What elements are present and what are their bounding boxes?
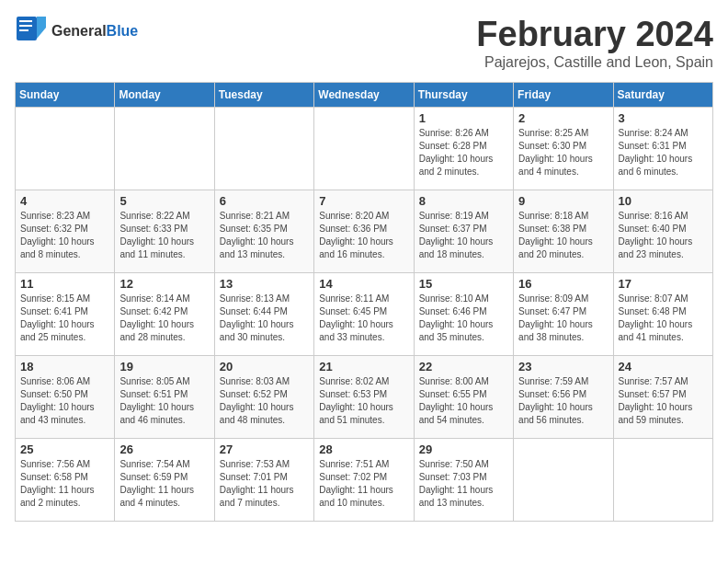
location-title: Pajarejos, Castille and Leon, Spain xyxy=(476,54,713,71)
day-number: 23 xyxy=(518,360,608,373)
logo-general: General xyxy=(51,23,107,39)
calendar-cell xyxy=(314,108,414,190)
calendar-cell xyxy=(613,439,712,522)
weekday-header: Thursday xyxy=(414,83,513,108)
calendar-cell: 5Sunrise: 8:22 AM Sunset: 6:33 PM Daylig… xyxy=(115,190,214,273)
day-number: 3 xyxy=(619,111,708,125)
calendar-cell: 16Sunrise: 8:09 AM Sunset: 6:47 PM Dayli… xyxy=(514,273,613,356)
day-info: Sunrise: 7:59 AM Sunset: 6:56 PM Dayligh… xyxy=(518,375,608,427)
weekday-header: Wednesday xyxy=(314,83,414,108)
calendar-cell: 28Sunrise: 7:51 AM Sunset: 7:02 PM Dayli… xyxy=(314,439,414,522)
day-number: 12 xyxy=(119,277,209,291)
calendar-week-row: 1Sunrise: 8:26 AM Sunset: 6:28 PM Daylig… xyxy=(16,108,713,190)
day-number: 8 xyxy=(419,194,508,208)
day-info: Sunrise: 8:14 AM Sunset: 6:42 PM Dayligh… xyxy=(119,293,209,344)
calendar-cell: 11Sunrise: 8:15 AM Sunset: 6:41 PM Dayli… xyxy=(16,273,115,356)
day-number: 4 xyxy=(20,194,109,208)
calendar-cell: 19Sunrise: 8:05 AM Sunset: 6:51 PM Dayli… xyxy=(115,356,214,439)
title-block: February 2024 Pajarejos, Castille and Le… xyxy=(476,15,713,71)
day-number: 18 xyxy=(20,360,109,373)
calendar-cell: 7Sunrise: 8:20 AM Sunset: 6:36 PM Daylig… xyxy=(314,190,414,273)
day-info: Sunrise: 8:18 AM Sunset: 6:38 PM Dayligh… xyxy=(518,210,608,261)
month-title: February 2024 xyxy=(476,15,713,54)
calendar-cell: 25Sunrise: 7:56 AM Sunset: 6:58 PM Dayli… xyxy=(16,439,115,522)
calendar-cell: 22Sunrise: 8:00 AM Sunset: 6:55 PM Dayli… xyxy=(414,356,513,439)
calendar-cell xyxy=(214,108,313,190)
day-info: Sunrise: 8:11 AM Sunset: 6:45 PM Dayligh… xyxy=(319,293,408,344)
day-number: 21 xyxy=(319,360,408,373)
logo-icon xyxy=(15,15,48,48)
calendar-cell: 27Sunrise: 7:53 AM Sunset: 7:01 PM Dayli… xyxy=(214,439,313,522)
calendar-table: SundayMondayTuesdayWednesdayThursdayFrid… xyxy=(15,82,713,522)
svg-marker-1 xyxy=(37,17,46,39)
day-info: Sunrise: 7:57 AM Sunset: 6:57 PM Dayligh… xyxy=(619,375,708,427)
calendar-cell: 1Sunrise: 8:26 AM Sunset: 6:28 PM Daylig… xyxy=(414,108,513,190)
calendar-week-row: 18Sunrise: 8:06 AM Sunset: 6:50 PM Dayli… xyxy=(16,356,713,439)
day-number: 24 xyxy=(619,360,708,373)
day-number: 25 xyxy=(20,442,109,456)
calendar-week-row: 11Sunrise: 8:15 AM Sunset: 6:41 PM Dayli… xyxy=(16,273,713,356)
day-info: Sunrise: 7:56 AM Sunset: 6:58 PM Dayligh… xyxy=(20,458,109,510)
calendar-week-row: 4Sunrise: 8:23 AM Sunset: 6:32 PM Daylig… xyxy=(16,190,713,273)
day-info: Sunrise: 7:54 AM Sunset: 6:59 PM Dayligh… xyxy=(119,458,209,510)
calendar-week-row: 25Sunrise: 7:56 AM Sunset: 6:58 PM Dayli… xyxy=(16,439,713,522)
logo-blue: Blue xyxy=(107,23,139,39)
logo: GeneralBlue xyxy=(15,15,138,48)
day-info: Sunrise: 8:20 AM Sunset: 6:36 PM Dayligh… xyxy=(319,210,408,261)
calendar-cell xyxy=(514,439,613,522)
svg-rect-3 xyxy=(19,25,32,27)
day-info: Sunrise: 7:50 AM Sunset: 7:03 PM Dayligh… xyxy=(419,458,508,510)
calendar-cell: 2Sunrise: 8:25 AM Sunset: 6:30 PM Daylig… xyxy=(514,108,613,190)
calendar-cell: 8Sunrise: 8:19 AM Sunset: 6:37 PM Daylig… xyxy=(414,190,513,273)
day-number: 17 xyxy=(619,277,708,291)
calendar-header: SundayMondayTuesdayWednesdayThursdayFrid… xyxy=(16,83,713,108)
day-number: 10 xyxy=(619,194,708,208)
day-info: Sunrise: 8:15 AM Sunset: 6:41 PM Dayligh… xyxy=(20,293,109,344)
calendar-cell: 6Sunrise: 8:21 AM Sunset: 6:35 PM Daylig… xyxy=(214,190,313,273)
calendar-cell: 14Sunrise: 8:11 AM Sunset: 6:45 PM Dayli… xyxy=(314,273,414,356)
calendar-cell: 15Sunrise: 8:10 AM Sunset: 6:46 PM Dayli… xyxy=(414,273,513,356)
weekday-header: Monday xyxy=(115,83,214,108)
day-number: 28 xyxy=(319,442,408,456)
day-number: 6 xyxy=(220,194,309,208)
calendar-body: 1Sunrise: 8:26 AM Sunset: 6:28 PM Daylig… xyxy=(16,108,713,522)
logo-text: GeneralBlue xyxy=(51,23,138,40)
day-info: Sunrise: 8:24 AM Sunset: 6:31 PM Dayligh… xyxy=(619,127,708,178)
day-number: 2 xyxy=(518,111,608,125)
day-number: 15 xyxy=(419,277,508,291)
day-info: Sunrise: 7:51 AM Sunset: 7:02 PM Dayligh… xyxy=(319,458,408,510)
calendar-cell: 9Sunrise: 8:18 AM Sunset: 6:38 PM Daylig… xyxy=(514,190,613,273)
svg-rect-4 xyxy=(19,29,28,31)
day-info: Sunrise: 8:23 AM Sunset: 6:32 PM Dayligh… xyxy=(20,210,109,261)
day-number: 16 xyxy=(518,277,608,291)
calendar-cell: 3Sunrise: 8:24 AM Sunset: 6:31 PM Daylig… xyxy=(613,108,712,190)
day-number: 22 xyxy=(419,360,508,373)
day-number: 1 xyxy=(419,111,508,125)
calendar-cell xyxy=(16,108,115,190)
day-number: 20 xyxy=(220,360,309,373)
calendar-cell: 26Sunrise: 7:54 AM Sunset: 6:59 PM Dayli… xyxy=(115,439,214,522)
day-number: 29 xyxy=(419,442,508,456)
calendar-cell: 12Sunrise: 8:14 AM Sunset: 6:42 PM Dayli… xyxy=(115,273,214,356)
svg-rect-2 xyxy=(19,20,32,22)
day-info: Sunrise: 8:13 AM Sunset: 6:44 PM Dayligh… xyxy=(220,293,309,344)
day-info: Sunrise: 8:10 AM Sunset: 6:46 PM Dayligh… xyxy=(419,293,508,344)
weekday-header: Tuesday xyxy=(214,83,313,108)
day-info: Sunrise: 8:26 AM Sunset: 6:28 PM Dayligh… xyxy=(419,127,508,178)
day-info: Sunrise: 8:25 AM Sunset: 6:30 PM Dayligh… xyxy=(518,127,608,178)
day-info: Sunrise: 8:22 AM Sunset: 6:33 PM Dayligh… xyxy=(119,210,209,261)
calendar-cell: 23Sunrise: 7:59 AM Sunset: 6:56 PM Dayli… xyxy=(514,356,613,439)
day-number: 9 xyxy=(518,194,608,208)
calendar-cell: 29Sunrise: 7:50 AM Sunset: 7:03 PM Dayli… xyxy=(414,439,513,522)
day-info: Sunrise: 8:07 AM Sunset: 6:48 PM Dayligh… xyxy=(619,293,708,344)
day-number: 11 xyxy=(20,277,109,291)
weekday-header: Friday xyxy=(514,83,613,108)
day-info: Sunrise: 8:09 AM Sunset: 6:47 PM Dayligh… xyxy=(518,293,608,344)
page-header: GeneralBlue February 2024 Pajarejos, Cas… xyxy=(15,15,713,71)
weekday-row: SundayMondayTuesdayWednesdayThursdayFrid… xyxy=(16,83,713,108)
day-info: Sunrise: 8:16 AM Sunset: 6:40 PM Dayligh… xyxy=(619,210,708,261)
day-info: Sunrise: 8:05 AM Sunset: 6:51 PM Dayligh… xyxy=(119,375,209,427)
day-number: 27 xyxy=(220,442,309,456)
day-number: 14 xyxy=(319,277,408,291)
day-number: 13 xyxy=(220,277,309,291)
